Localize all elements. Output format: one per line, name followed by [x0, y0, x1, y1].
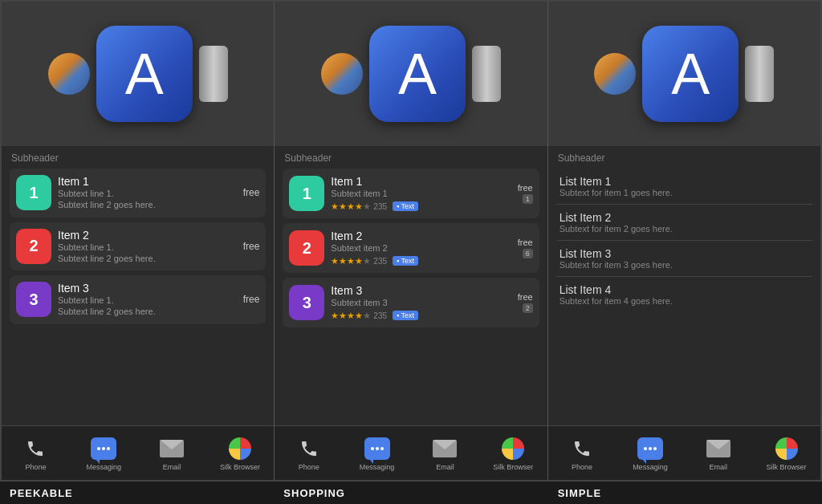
item-subtext-2: Subtext line 1.Subtext line 2 goes here.	[58, 242, 238, 265]
nav-phone-1[interactable]: Phone	[2, 436, 70, 471]
text-label-2: ▪ Text	[393, 256, 418, 266]
shopping-subheader: Subheader	[283, 152, 539, 164]
email-icon-2	[432, 436, 458, 461]
nav-email-label-3: Email	[709, 463, 727, 471]
labels-row: PEEKABLE SHOPPING SIMPLE	[0, 482, 822, 504]
stars-1: ★★★★★	[331, 201, 371, 212]
silk-icon-3	[774, 436, 800, 461]
simple-title-2: List Item 2	[560, 211, 809, 224]
shopping-label: SHOPPING	[283, 487, 345, 499]
email-icon-3	[706, 436, 731, 461]
nav-phone-label-1: Phone	[25, 463, 46, 471]
text-label-3: ▪ Text	[393, 311, 418, 320]
simple-item-3[interactable]: List Item 3 Subtext for item 3 goes here…	[556, 241, 812, 277]
nav-phone-label-2: Phone	[299, 463, 319, 471]
shopping-title-1: Item 1	[331, 175, 512, 188]
nav-silk-1[interactable]: Silk Browser	[206, 436, 274, 471]
nav-messaging-label-3: Messaging	[633, 463, 668, 471]
shopping-title-3: Item 3	[331, 284, 512, 297]
shopping-label-container: SHOPPING	[274, 482, 547, 504]
nav-silk-label-1: Silk Browser	[220, 463, 260, 471]
item-icon-2: 2	[16, 229, 51, 264]
item-title-3: Item 3	[58, 282, 238, 295]
shopping-header: A	[275, 2, 547, 146]
shopping-badge-3: 2	[523, 303, 533, 313]
nav-email-3[interactable]: Email	[684, 436, 752, 471]
simple-label-container: SIMPLE	[548, 482, 822, 504]
messaging-icon	[91, 436, 116, 461]
shopping-subtext-3: Subtext item 3	[331, 297, 512, 308]
nav-messaging-1[interactable]: Messaging	[70, 436, 138, 471]
phone-icon-3	[569, 436, 595, 461]
shopping-text-2: Item 2 Subtext item 2 ★★★★★ 235 ▪ Text	[331, 230, 512, 266]
item-subtext-1: Subtext line 1.Subtext line 2 goes here.	[58, 188, 238, 211]
peekable-bottom-nav: Phone Messaging	[2, 425, 274, 480]
peekable-label: PEEKABLE	[10, 487, 73, 499]
email-envelope	[160, 440, 184, 457]
shopping-item-1[interactable]: 1 Item 1 Subtext item 1 ★★★★★ 235 ▪ Text…	[283, 169, 539, 218]
main-container: A Subheader 1 Item 1 Subtext line 1.Subt…	[0, 0, 822, 482]
silk-icon-2	[500, 436, 526, 461]
shopping-badge-2: 6	[523, 249, 533, 258]
nav-messaging-label-2: Messaging	[360, 463, 395, 471]
shopping-right-3: free 2	[518, 292, 533, 313]
nav-email-1[interactable]: Email	[138, 436, 206, 471]
nav-messaging-label-1: Messaging	[86, 463, 121, 471]
simple-item-4[interactable]: List Item 4 Subtext for item 4 goes here…	[556, 277, 812, 312]
simple-main-icon[interactable]: A	[642, 26, 739, 122]
shopping-cylinder	[472, 46, 501, 102]
peekable-item-3[interactable]: 3 Item 3 Subtext line 1.Subtext line 2 g…	[10, 275, 266, 324]
peekable-item-2[interactable]: 2 Item 2 Subtext line 1.Subtext line 2 g…	[10, 222, 266, 271]
msg-dot	[107, 447, 110, 450]
peekable-item-1[interactable]: 1 Item 1 Subtext line 1.Subtext line 2 g…	[10, 169, 266, 217]
review-count-3: 235	[373, 311, 387, 320]
peekable-content: Subheader 1 Item 1 Subtext line 1.Subtex…	[2, 146, 274, 425]
stars-3: ★★★★★	[331, 311, 371, 321]
peekable-subheader: Subheader	[10, 152, 266, 164]
nav-silk-2[interactable]: Silk Browser	[479, 436, 547, 471]
item-text-1: Item 1 Subtext line 1.Subtext line 2 goe…	[58, 175, 238, 211]
peekable-panel: A Subheader 1 Item 1 Subtext line 1.Subt…	[2, 2, 275, 480]
simple-subheader: Subheader	[556, 152, 812, 164]
item-icon-3: 3	[16, 282, 51, 317]
nav-silk-3[interactable]: Silk Browser	[752, 436, 820, 471]
shopping-subtext-1: Subtext item 1	[331, 188, 512, 199]
simple-title-1: List Item 1	[560, 175, 809, 188]
main-app-icon[interactable]: A	[96, 26, 193, 122]
item-price-2: free	[243, 241, 260, 252]
review-count-2: 235	[373, 257, 387, 266]
simple-content: Subheader List Item 1 Subtext for item 1…	[548, 146, 820, 425]
nav-messaging-2[interactable]: Messaging	[343, 436, 411, 471]
shopping-right-1: free 1	[518, 183, 533, 204]
side-cylinder	[199, 46, 228, 102]
simple-item-2[interactable]: List Item 2 Subtext for item 2 goes here…	[556, 205, 812, 241]
nav-phone-3[interactable]: Phone	[548, 436, 616, 471]
shopping-item-2[interactable]: 2 Item 2 Subtext item 2 ★★★★★ 235 ▪ Text…	[283, 223, 539, 273]
text-label-1: ▪ Text	[393, 201, 418, 211]
phone-icon	[22, 436, 48, 461]
shopping-icon-1: 1	[289, 176, 324, 211]
nav-email-label-2: Email	[436, 463, 454, 471]
item-text-3: Item 3 Subtext line 1.Subtext line 2 goe…	[58, 282, 238, 318]
shopping-avatar-left	[321, 53, 363, 95]
email-icon-1	[159, 436, 185, 461]
shopping-price-2: free	[518, 238, 533, 247]
carousel-track: A	[2, 26, 274, 122]
item-text-2: Item 2 Subtext line 1.Subtext line 2 goe…	[58, 229, 238, 265]
silk-icon-1	[227, 436, 253, 461]
shopping-content: Subheader 1 Item 1 Subtext item 1 ★★★★★ …	[275, 146, 547, 425]
nav-phone-label-3: Phone	[572, 463, 592, 471]
simple-title-4: List Item 4	[560, 283, 809, 296]
nav-phone-2[interactable]: Phone	[275, 436, 343, 471]
simple-item-1[interactable]: List Item 1 Subtext for item 1 goes here…	[556, 169, 812, 205]
simple-subtext-3: Subtext for item 3 goes here.	[560, 260, 809, 270]
nav-email-2[interactable]: Email	[411, 436, 479, 471]
shopping-item-3[interactable]: 3 Item 3 Subtext item 3 ★★★★★ 235 ▪ Text…	[283, 278, 539, 327]
phone-icon-2	[296, 436, 322, 461]
shopping-badge-1: 1	[523, 194, 533, 204]
shopping-main-icon[interactable]: A	[369, 26, 466, 122]
msg-dot	[97, 447, 100, 450]
shopping-bottom-nav: Phone Messaging Email	[275, 425, 547, 480]
shopping-text-3: Item 3 Subtext item 3 ★★★★★ 235 ▪ Text	[331, 284, 512, 320]
nav-messaging-3[interactable]: Messaging	[616, 436, 684, 471]
